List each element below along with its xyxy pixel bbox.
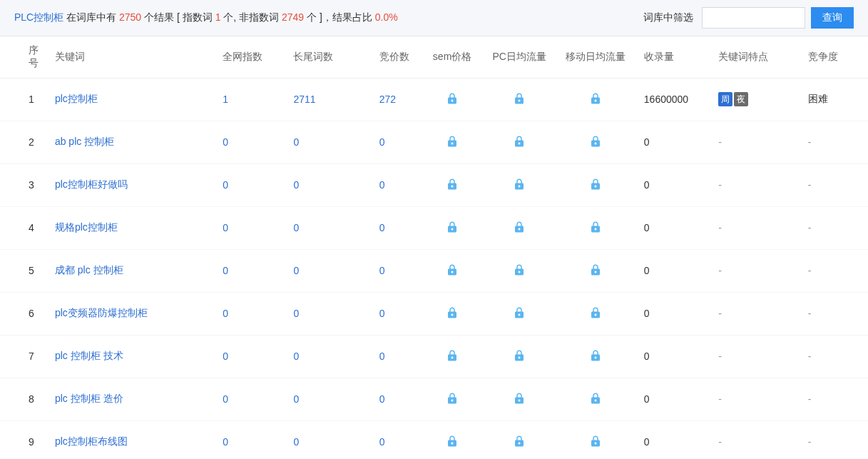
query-button[interactable]: 查询	[811, 7, 854, 29]
cell-sem	[421, 206, 484, 249]
lock-icon[interactable]	[446, 177, 459, 191]
cell-mobile	[555, 206, 637, 249]
collect-value: 0	[637, 420, 712, 459]
compete-value: -	[808, 222, 812, 233]
header-summary: PLC控制柜 在词库中有 2750 个结果 [ 指数词 1 个, 非指数词 27…	[14, 11, 398, 24]
lock-icon[interactable]	[589, 177, 602, 191]
cell-mobile	[555, 163, 637, 206]
keyword-link[interactable]: 规格plc控制柜	[55, 221, 118, 233]
cell-sem	[421, 121, 484, 163]
table-row: 5成都 plc 控制柜0000--	[0, 249, 868, 292]
keyword-link[interactable]: plc 控制柜 技术	[55, 350, 123, 361]
table-row: 6plc变频器防爆控制柜0000--	[0, 292, 868, 335]
bid-value: 0	[379, 222, 385, 233]
global-index-value: 0	[223, 136, 228, 148]
cell-sem	[421, 163, 484, 206]
longtail-value: 2711	[293, 94, 315, 105]
cell-mobile	[555, 378, 637, 420]
cell-compete: -	[801, 378, 868, 420]
feature-value: -	[718, 179, 722, 191]
collect-value: 0	[637, 249, 712, 292]
lock-icon[interactable]	[513, 177, 526, 191]
bid-value: 272	[379, 94, 396, 105]
lock-icon[interactable]	[589, 220, 602, 234]
lock-icon[interactable]	[513, 91, 526, 106]
lock-icon[interactable]	[513, 263, 526, 277]
col-global-index: 全网指数	[215, 36, 286, 78]
keyword-link[interactable]: plc 控制柜 造价	[55, 393, 123, 404]
lock-icon[interactable]	[446, 391, 459, 405]
lock-icon[interactable]	[513, 348, 526, 363]
keyword-link[interactable]: 成都 plc 控制柜	[55, 264, 123, 276]
lock-icon[interactable]	[589, 91, 602, 106]
table-row: 3plc控制柜好做吗0000--	[0, 163, 868, 206]
cell-index: 5	[0, 249, 48, 292]
lock-icon[interactable]	[589, 306, 602, 320]
cell-pc	[484, 420, 555, 459]
cell-index: 7	[0, 335, 48, 378]
lock-icon[interactable]	[589, 434, 602, 448]
cell-feature: -	[711, 121, 800, 163]
col-bid: 竞价数	[372, 36, 421, 78]
lock-icon[interactable]	[446, 348, 459, 363]
cell-compete: -	[801, 163, 868, 206]
cell-sem	[421, 78, 484, 121]
lock-icon[interactable]	[446, 434, 459, 448]
global-index-value: 0	[223, 350, 228, 362]
cell-mobile	[555, 420, 637, 459]
col-compete: 竞争度	[801, 36, 868, 78]
collect-value: 0	[637, 163, 712, 206]
lock-icon[interactable]	[589, 348, 602, 363]
lock-icon[interactable]	[513, 220, 526, 234]
lock-icon[interactable]	[513, 391, 526, 405]
bid-value: 0	[379, 265, 385, 276]
search-term: PLC控制柜	[14, 11, 63, 23]
bid-value: 0	[379, 350, 385, 362]
compete-value: -	[808, 393, 812, 405]
cell-mobile	[555, 78, 637, 121]
compete-value: -	[808, 179, 812, 191]
lock-icon[interactable]	[589, 391, 602, 405]
compete-value: -	[808, 136, 812, 148]
cell-compete: -	[801, 292, 868, 335]
table-row: 8plc 控制柜 造价0000--	[0, 378, 868, 420]
cell-feature: -	[711, 335, 800, 378]
lock-icon[interactable]	[513, 134, 526, 148]
lock-icon[interactable]	[446, 134, 459, 148]
lock-icon[interactable]	[446, 263, 459, 277]
lock-icon[interactable]	[446, 306, 459, 320]
global-index-value: 0	[223, 179, 228, 191]
cell-mobile	[555, 292, 637, 335]
col-longtail: 长尾词数	[286, 36, 372, 78]
lock-icon[interactable]	[589, 263, 602, 277]
cell-index: 8	[0, 378, 48, 420]
total-count: 2750	[119, 11, 141, 23]
keyword-link[interactable]: plc变频器防爆控制柜	[55, 307, 148, 318]
lock-icon[interactable]	[446, 220, 459, 234]
lock-icon[interactable]	[589, 134, 602, 148]
longtail-value: 0	[293, 436, 299, 448]
collect-value: 16600000	[637, 78, 712, 121]
keyword-link[interactable]: plc控制柜好做吗	[55, 178, 128, 190]
header-controls: 词库中筛选 查询	[643, 7, 854, 29]
lock-icon[interactable]	[513, 434, 526, 448]
cell-sem	[421, 249, 484, 292]
bid-value: 0	[379, 136, 385, 148]
global-index-value: 0	[223, 265, 228, 276]
lock-icon[interactable]	[446, 91, 459, 106]
keyword-link[interactable]: plc控制柜布线图	[55, 435, 128, 447]
cell-pc	[484, 378, 555, 420]
compete-value: -	[808, 436, 812, 448]
cell-sem	[421, 292, 484, 335]
col-mobile: 移动日均流量	[555, 36, 637, 78]
cell-pc	[484, 163, 555, 206]
global-index-value: 0	[223, 393, 228, 405]
cell-pc	[484, 292, 555, 335]
keyword-link[interactable]: plc控制柜	[55, 93, 98, 104]
keyword-link[interactable]: ab plc 控制柜	[55, 136, 114, 147]
filter-input[interactable]	[702, 7, 805, 29]
collect-value: 0	[637, 206, 712, 249]
lock-icon[interactable]	[513, 306, 526, 320]
table-row: 2ab plc 控制柜0000--	[0, 121, 868, 163]
cell-sem	[421, 378, 484, 420]
